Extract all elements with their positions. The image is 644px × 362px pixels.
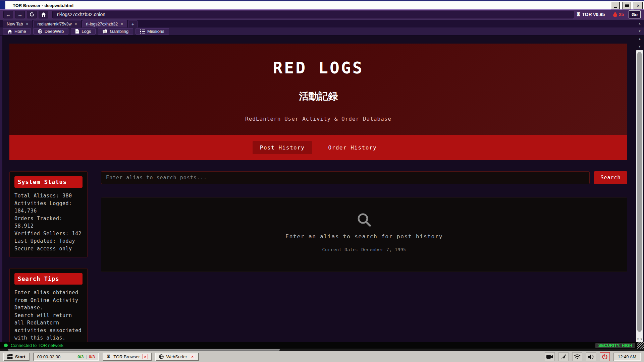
bookmark-label: DeepWeb (45, 29, 64, 34)
search-row: Search (101, 171, 627, 184)
refresh-icon (30, 12, 34, 17)
connection-status: Connected to TOR network (11, 343, 63, 348)
nav-post-history[interactable]: Post History (253, 141, 312, 154)
search-tips-title: Search Tips (14, 273, 83, 285)
task-tor-browser[interactable]: ♜ TOR Browser × (103, 353, 152, 361)
task-close-button[interactable]: × (190, 354, 195, 359)
scroll-up-icon[interactable]: ▲ (638, 37, 641, 41)
bookmark-home[interactable]: Home (3, 28, 31, 35)
search-tip: Search will return all RedLantern activi… (14, 312, 83, 342)
scroll-down-icon[interactable]: ▼ (640, 338, 643, 341)
scrollbar-thumb[interactable] (637, 52, 642, 332)
send-icon (561, 354, 566, 359)
bookmark-deepweb[interactable]: DeepWeb (33, 28, 69, 35)
new-tab-button[interactable]: + (128, 20, 138, 27)
tab-label: New Tab (7, 22, 23, 26)
stat-verified-sellers: Verified Sellers: 142 (14, 230, 83, 238)
page-title-japanese: 活動記録 (9, 90, 627, 103)
screen: TOR Browser - deepweb.html × ← → rl-logs… (0, 0, 644, 362)
scroll-down-icon[interactable]: ▼ (636, 338, 639, 341)
globe-icon (38, 29, 42, 34)
globe-icon (159, 354, 164, 359)
stat-total-aliases: Total Aliases: 380 (14, 192, 83, 200)
go-button[interactable]: Go (629, 10, 641, 18)
window-icon (0, 1, 5, 9)
refresh-button[interactable] (27, 11, 37, 18)
page-red-logs: RED LOGS 活動記録 RedLantern User Activity &… (9, 44, 627, 342)
send-button[interactable] (558, 352, 569, 361)
results-current-date: Current Date: December 7, 1995 (101, 247, 627, 252)
back-icon: ← (6, 12, 11, 17)
timer-counters: 0/3 | 0/3 (77, 354, 95, 359)
vertical-scrollbar: ▲ ▼ ▲ ▼ ▼ ▼ (636, 19, 643, 342)
forward-icon: → (17, 12, 22, 17)
url-input[interactable]: rl-logs27cxhzb32.onion (52, 11, 574, 18)
power-button[interactable] (600, 352, 610, 361)
window-titlebar[interactable]: TOR Browser - deepweb.html × (0, 0, 644, 9)
maximize-button[interactable] (623, 2, 631, 9)
tab-rl-logs[interactable]: rl-logs27cxhzb32 × (82, 20, 127, 27)
timer-range: 00:00-02:00 (37, 354, 60, 359)
start-button[interactable]: Start (3, 353, 30, 361)
task-websurfer[interactable]: WebSurfer × (155, 353, 199, 361)
sidebar: System Status Total Aliases: 380 Activit… (9, 166, 88, 342)
tab-new-tab[interactable]: New Tab × (3, 20, 32, 27)
flame-icon (613, 12, 617, 17)
minimize-icon (614, 7, 617, 8)
task-label: TOR Browser (113, 354, 140, 359)
search-tip: Enter alias obtained from Online Activit… (14, 289, 83, 312)
forward-button[interactable]: → (15, 11, 25, 18)
bookmark-label: Logs (82, 29, 91, 34)
stat-secure-access: Secure access only (14, 245, 83, 253)
magnifier-icon (356, 212, 372, 228)
close-button[interactable]: × (634, 2, 642, 9)
counter-separator: | (86, 354, 87, 359)
nav-order-history[interactable]: Order History (321, 141, 384, 154)
start-label: Start (15, 354, 25, 359)
tab-label: rl-logs27cxhzb32 (86, 22, 118, 26)
taskbar: Start 00:00-02:00 0/3 | 0/3 ♜ TOR Browse… (0, 351, 644, 362)
task-close-button[interactable]: × (143, 354, 148, 359)
speaker-icon (588, 354, 594, 359)
stat-orders-tracked: Orders Tracked: 58,912 (14, 215, 83, 230)
stat-last-updated: Last Updated: Today (14, 237, 83, 245)
bookmark-logs[interactable]: Logs (71, 28, 96, 35)
main-panel: Search Enter an alias to search for post… (101, 166, 627, 342)
search-button[interactable]: Search (594, 171, 627, 184)
bookmarks-bar: Home DeepWeb Logs Gambling Missions (0, 27, 644, 36)
page-nav: Post History Order History (9, 135, 627, 160)
window-title: TOR Browser - deepweb.html (13, 3, 73, 8)
bookmark-missions[interactable]: Missions (136, 28, 169, 35)
back-button[interactable]: ← (3, 11, 13, 18)
wifi-button[interactable] (572, 352, 582, 361)
scroll-down-icon[interactable]: ▼ (638, 45, 641, 48)
bookmark-gambling[interactable]: Gambling (98, 28, 133, 35)
taskbar-clock: 12:49 AM (613, 353, 641, 361)
system-status-panel: System Status Total Aliases: 380 Activit… (9, 171, 88, 257)
tab-bar: New Tab × redlanternkf75v3w × rl-logs27c… (0, 19, 644, 27)
tor-onion-icon: ♜ (106, 354, 111, 360)
address-bar: ← → rl-logs27cxhzb32.onion ♜ TOR v0.95 2… (0, 9, 644, 19)
page-header: RED LOGS 活動記録 RedLantern User Activity &… (9, 44, 627, 135)
volume-button[interactable] (586, 352, 596, 361)
alias-search-input[interactable] (101, 171, 590, 184)
browser-status-bar: Connected to TOR network SECURITY: HIGH (0, 342, 644, 349)
connection-dot-icon (4, 344, 8, 347)
tab-close-icon[interactable]: × (26, 22, 28, 26)
session-timer: 00:00-02:00 0/3 | 0/3 (33, 353, 99, 361)
window-controls: × (611, 2, 642, 9)
scroll-down-icon[interactable]: ▼ (638, 29, 641, 33)
camera-button[interactable] (545, 352, 555, 361)
horizontal-scrollbar-thumb[interactable] (8, 349, 280, 351)
cards-icon (103, 29, 107, 34)
tab-close-icon[interactable]: × (75, 22, 77, 26)
page-subtitle: RedLantern User Activity & Order Databas… (9, 116, 627, 122)
minimize-button[interactable] (611, 2, 620, 9)
tab-redlantern[interactable]: redlanternkf75v3w × (33, 20, 81, 27)
scrollbar-track[interactable]: ▼ ▼ (636, 50, 643, 342)
tab-close-icon[interactable]: × (121, 22, 123, 26)
tor-version-label: ♜ TOR v0.95 (576, 11, 605, 17)
home-icon (8, 29, 12, 34)
scroll-up-icon[interactable]: ▲ (638, 22, 641, 25)
home-button[interactable] (39, 11, 48, 18)
